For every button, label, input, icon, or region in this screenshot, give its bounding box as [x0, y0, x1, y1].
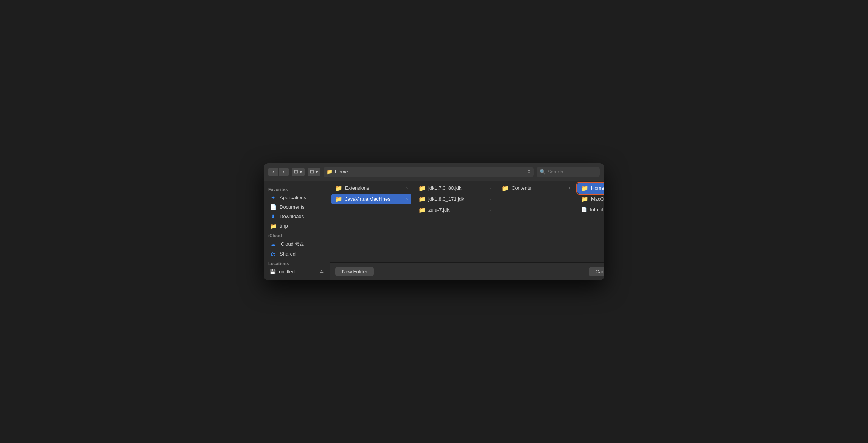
chevron-right-icon: › — [490, 197, 491, 201]
folder-icon: 📁 — [581, 196, 588, 203]
sidebar-item-applications[interactable]: ✦ Applications — [265, 193, 328, 202]
icloud-header: iCloud — [264, 231, 330, 239]
grid-icon: ⊟ — [310, 169, 314, 175]
locations-header: Locations — [264, 259, 330, 267]
search-input[interactable] — [548, 169, 597, 175]
chevron-right-icon: › — [569, 186, 570, 190]
item-label: Info.plist — [590, 207, 604, 212]
sidebar-item-label: Applications — [280, 195, 306, 200]
folder-icon: 📁 — [581, 185, 588, 192]
new-folder-button[interactable]: New Folder — [335, 267, 374, 276]
sidebar-item-label: tmp — [280, 223, 288, 229]
sidebar: Favorites ✦ Applications 📄 Documents ⬇ D… — [264, 181, 330, 280]
sidebar-item-icloud-drive[interactable]: ☁ iCloud 云盘 — [265, 239, 328, 249]
tmp-icon: 📁 — [270, 223, 277, 229]
list-item[interactable]: 📁 jdk1.8.0_171.jdk › — [415, 194, 495, 204]
location-stepper[interactable]: ▲ ▼ — [527, 169, 530, 175]
chevron-right-icon: › — [406, 186, 408, 190]
item-label: Home — [591, 185, 604, 191]
up-arrow-icon: ▲ — [527, 169, 530, 172]
list-item[interactable]: 📁 MacOS › — [577, 194, 604, 204]
item-label: jdk1.8.0_171.jdk — [428, 196, 464, 202]
applications-icon: ✦ — [270, 195, 277, 201]
item-label: zulu-7.jdk — [428, 207, 450, 213]
sidebar-item-label: untitled — [279, 269, 295, 274]
folder-icon: 📁 — [418, 185, 426, 192]
cancel-button[interactable]: Cancel — [589, 267, 604, 276]
item-label: MacOS — [591, 196, 604, 202]
documents-icon: 📄 — [270, 204, 277, 210]
icloud-icon: ☁ — [270, 241, 277, 247]
item-label: Contents — [512, 185, 531, 191]
file-browser: 📁 Extensions › 📁 JavaVirtualMachines › — [330, 181, 604, 280]
item-label: JavaVirtualMachines — [345, 196, 390, 202]
shared-icon: 🗂 — [270, 251, 277, 257]
sidebar-item-untitled[interactable]: 💾 untitled ⏏ — [265, 267, 328, 276]
drive-icon: 💾 — [270, 269, 276, 274]
list-item[interactable]: 📁 jdk1.7.0_80.jdk › — [415, 183, 495, 194]
column-1: 📁 Extensions › 📁 JavaVirtualMachines › — [330, 181, 413, 262]
sidebar-item-documents[interactable]: 📄 Documents — [265, 203, 328, 212]
toolbar: ‹ › ⊞ ▾ ⊟ ▾ 📁 Home ▲ ▼ 🔍 — [264, 163, 604, 181]
list-item[interactable]: 📁 Home › — [577, 183, 604, 194]
view-columns-button[interactable]: ⊞ ▾ — [292, 168, 305, 176]
column-4: 📁 Home › 📁 MacOS › 📄 — [576, 181, 604, 262]
item-label: Extensions — [345, 185, 369, 191]
location-label: Home — [335, 169, 348, 175]
bottom-bar: New Folder Cancel Open — [330, 263, 604, 280]
column-3: 📁 Contents › — [496, 181, 576, 262]
columns-icon: ⊞ — [294, 169, 298, 175]
chevron-right-icon: › — [490, 208, 491, 212]
columns-area: 📁 Extensions › 📁 JavaVirtualMachines › — [330, 181, 604, 263]
item-label: jdk1.7.0_80.jdk — [428, 185, 461, 191]
main-content: Favorites ✦ Applications 📄 Documents ⬇ D… — [264, 181, 604, 280]
file-icon: 📄 — [581, 207, 587, 212]
list-item[interactable]: 📁 JavaVirtualMachines › — [331, 194, 411, 204]
nav-buttons: ‹ › — [268, 168, 289, 176]
list-item[interactable]: 📁 Contents › — [498, 183, 574, 194]
folder-icon: 📁 — [418, 196, 426, 203]
view-grid-button[interactable]: ⊟ ▾ — [308, 168, 320, 176]
sidebar-item-label: Documents — [280, 204, 305, 210]
downloads-icon: ⬇ — [270, 214, 277, 220]
file-open-dialog: ‹ › ⊞ ▾ ⊟ ▾ 📁 Home ▲ ▼ 🔍 — [264, 163, 604, 280]
sidebar-item-shared[interactable]: 🗂 Shared — [265, 249, 328, 259]
search-icon: 🔍 — [540, 169, 546, 175]
back-button[interactable]: ‹ — [268, 168, 278, 176]
forward-button[interactable]: › — [279, 168, 289, 176]
untitled-left: 💾 untitled — [270, 269, 295, 274]
sidebar-item-label: Downloads — [280, 214, 304, 219]
favorites-header: Favorites — [264, 185, 330, 193]
sidebar-item-downloads[interactable]: ⬇ Downloads — [265, 212, 328, 221]
sidebar-item-label: iCloud 云盘 — [280, 241, 305, 248]
location-text: 📁 Home — [327, 169, 348, 175]
chevron-down-icon: ▾ — [300, 169, 302, 175]
chevron-right-icon: › — [490, 186, 491, 190]
folder-icon: 📁 — [335, 196, 342, 203]
sidebar-item-tmp[interactable]: 📁 tmp — [265, 222, 328, 231]
folder-icon: 📁 — [418, 207, 426, 214]
right-buttons: Cancel Open — [589, 267, 604, 276]
down-arrow-icon: ▼ — [527, 172, 530, 175]
eject-icon[interactable]: ⏏ — [319, 269, 324, 274]
search-box[interactable]: 🔍 — [537, 167, 600, 177]
list-item[interactable]: 📄 Info.plist — [577, 205, 604, 214]
folder-icon: 📁 — [335, 185, 342, 192]
chevron-down-icon-2: ▾ — [316, 169, 318, 175]
list-item[interactable]: 📁 Extensions › — [331, 183, 411, 194]
chevron-right-icon: › — [406, 197, 408, 201]
sidebar-item-label: Shared — [280, 251, 296, 257]
location-bar[interactable]: 📁 Home ▲ ▼ — [324, 167, 534, 177]
folder-icon: 📁 — [327, 169, 333, 175]
folder-icon: 📁 — [502, 185, 509, 192]
column-2: 📁 jdk1.7.0_80.jdk › 📁 jdk1.8.0_171.jdk › — [413, 181, 496, 262]
list-item[interactable]: 📁 zulu-7.jdk › — [415, 205, 495, 215]
